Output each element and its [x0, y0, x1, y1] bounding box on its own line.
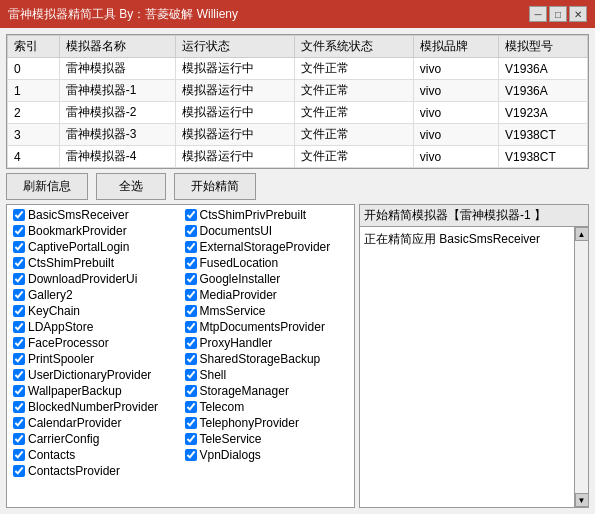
- app-item: MmsService: [181, 303, 353, 319]
- app-label: MtpDocumentsProvider: [200, 320, 325, 334]
- app-checkbox[interactable]: [13, 385, 25, 397]
- table-cell: 文件正常: [295, 102, 414, 124]
- app-label: PrintSpooler: [28, 352, 94, 366]
- bottom-section: BasicSmsReceiverCtsShimPrivPrebuiltBookm…: [6, 204, 589, 508]
- app-checkbox[interactable]: [13, 209, 25, 221]
- app-checkbox[interactable]: [13, 257, 25, 269]
- table-header-cell: 文件系统状态: [295, 36, 414, 58]
- app-checkbox[interactable]: [13, 241, 25, 253]
- start-button[interactable]: 开始精简: [174, 173, 256, 200]
- app-item: TelephonyProvider: [181, 415, 353, 431]
- app-label: CtsShimPrebuilt: [28, 256, 114, 270]
- app-item: FaceProcessor: [9, 335, 181, 351]
- app-label: FusedLocation: [200, 256, 279, 270]
- table-cell: 模拟器运行中: [176, 58, 295, 80]
- table-cell: V1938CT: [499, 146, 588, 168]
- select-all-button[interactable]: 全选: [96, 173, 166, 200]
- app-checkbox[interactable]: [185, 433, 197, 445]
- table-cell: V1923A: [499, 102, 588, 124]
- app-checkbox[interactable]: [13, 433, 25, 445]
- app-checkbox[interactable]: [185, 353, 197, 365]
- app-checkbox[interactable]: [13, 465, 25, 477]
- table-cell: 雷神模拟器-3: [59, 124, 176, 146]
- app-label: FaceProcessor: [28, 336, 109, 350]
- app-label: VpnDialogs: [200, 448, 261, 462]
- table-row[interactable]: 4雷神模拟器-4模拟器运行中文件正常vivoV1938CT: [8, 146, 588, 168]
- close-button[interactable]: ✕: [569, 6, 587, 22]
- table-header-row: 索引模拟器名称运行状态文件系统状态模拟品牌模拟型号: [8, 36, 588, 58]
- table-cell: 模拟器运行中: [176, 80, 295, 102]
- app-label: KeyChain: [28, 304, 80, 318]
- scroll-down-button[interactable]: ▼: [575, 493, 589, 507]
- app-checkbox[interactable]: [185, 369, 197, 381]
- app-item: Telecom: [181, 399, 353, 415]
- app-checkbox[interactable]: [185, 305, 197, 317]
- table-row[interactable]: 2雷神模拟器-2模拟器运行中文件正常vivoV1923A: [8, 102, 588, 124]
- app-label: SharedStorageBackup: [200, 352, 321, 366]
- app-item: CtsShimPrebuilt: [9, 255, 181, 271]
- app-item: CalendarProvider: [9, 415, 181, 431]
- app-checkbox[interactable]: [13, 369, 25, 381]
- app-checkbox[interactable]: [185, 209, 197, 221]
- table-cell: vivo: [413, 58, 498, 80]
- app-item: BasicSmsReceiver: [9, 207, 181, 223]
- table-cell: 1: [8, 80, 60, 102]
- scroll-up-button[interactable]: ▲: [575, 227, 589, 241]
- app-label: BookmarkProvider: [28, 224, 127, 238]
- app-checkbox[interactable]: [185, 385, 197, 397]
- app-item: StorageManager: [181, 383, 353, 399]
- table-cell: 文件正常: [295, 124, 414, 146]
- app-item: CarrierConfig: [9, 431, 181, 447]
- app-item: BookmarkProvider: [9, 223, 181, 239]
- table-row[interactable]: 3雷神模拟器-3模拟器运行中文件正常vivoV1938CT: [8, 124, 588, 146]
- app-checkbox[interactable]: [13, 449, 25, 461]
- buttons-row: 刷新信息 全选 开始精简: [6, 173, 589, 200]
- app-label: DocumentsUI: [200, 224, 273, 238]
- app-label: TeleService: [200, 432, 262, 446]
- app-label: WallpaperBackup: [28, 384, 122, 398]
- minimize-button[interactable]: ─: [529, 6, 547, 22]
- app-checkbox[interactable]: [185, 449, 197, 461]
- app-item: GoogleInstaller: [181, 271, 353, 287]
- app-checkbox[interactable]: [13, 273, 25, 285]
- maximize-button[interactable]: □: [549, 6, 567, 22]
- app-checkbox[interactable]: [13, 321, 25, 333]
- app-label: CarrierConfig: [28, 432, 99, 446]
- app-checkbox[interactable]: [13, 305, 25, 317]
- title-bar: 雷神模拟器精简工具 By：菩菱破解 Willieny ─ □ ✕: [0, 0, 595, 28]
- table-row[interactable]: 0雷神模拟器模拟器运行中文件正常vivoV1936A: [8, 58, 588, 80]
- app-checkbox[interactable]: [13, 289, 25, 301]
- app-checkbox[interactable]: [185, 273, 197, 285]
- log-header: 开始精简模拟器【雷神模拟器-1 】: [360, 205, 588, 227]
- app-checkbox[interactable]: [13, 225, 25, 237]
- app-item: PrintSpooler: [9, 351, 181, 367]
- app-item: ExternalStorageProvider: [181, 239, 353, 255]
- app-item: FusedLocation: [181, 255, 353, 271]
- app-item: CaptivePortalLogin: [9, 239, 181, 255]
- title-bar-text: 雷神模拟器精简工具 By：菩菱破解 Willieny: [8, 6, 529, 23]
- table-cell: 雷神模拟器-1: [59, 80, 176, 102]
- app-label: TelephonyProvider: [200, 416, 299, 430]
- app-checkbox[interactable]: [185, 417, 197, 429]
- app-checkbox[interactable]: [185, 225, 197, 237]
- app-label: GoogleInstaller: [200, 272, 281, 286]
- log-scrollbar: ▲ ▼: [574, 227, 588, 507]
- app-checkbox[interactable]: [13, 353, 25, 365]
- app-item: MediaProvider: [181, 287, 353, 303]
- app-checkbox[interactable]: [185, 401, 197, 413]
- app-label: ProxyHandler: [200, 336, 273, 350]
- app-item: Gallery2: [9, 287, 181, 303]
- table-row[interactable]: 1雷神模拟器-1模拟器运行中文件正常vivoV1936A: [8, 80, 588, 102]
- app-item: UserDictionaryProvider: [9, 367, 181, 383]
- app-checkbox[interactable]: [185, 257, 197, 269]
- app-checkbox[interactable]: [185, 337, 197, 349]
- app-checkbox[interactable]: [185, 241, 197, 253]
- app-checkbox[interactable]: [13, 417, 25, 429]
- app-checkbox[interactable]: [185, 289, 197, 301]
- table-cell: vivo: [413, 80, 498, 102]
- refresh-button[interactable]: 刷新信息: [6, 173, 88, 200]
- app-checkbox[interactable]: [13, 401, 25, 413]
- log-panel: 开始精简模拟器【雷神模拟器-1 】 正在精简应用 BasicSmsReceive…: [359, 204, 589, 508]
- app-checkbox[interactable]: [185, 321, 197, 333]
- app-checkbox[interactable]: [13, 337, 25, 349]
